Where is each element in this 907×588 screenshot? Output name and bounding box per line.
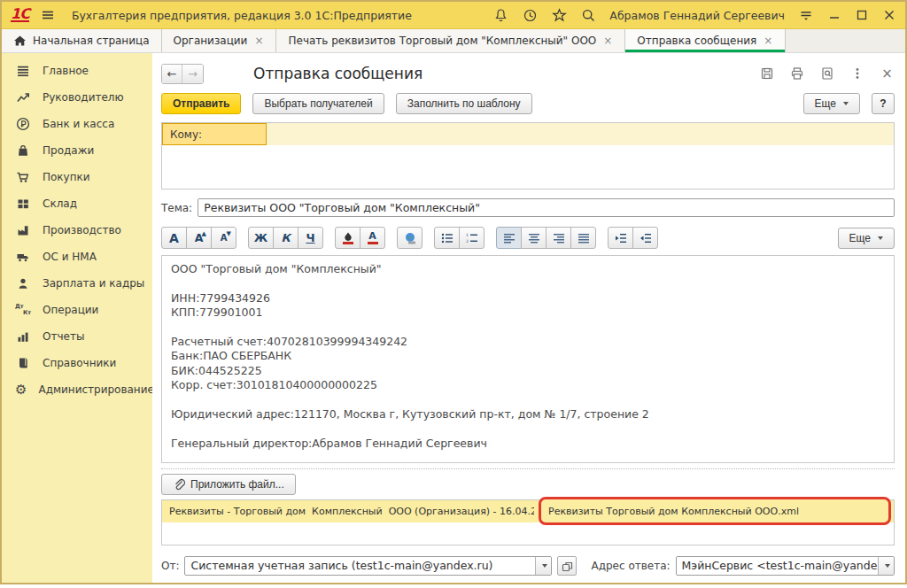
recipients-header-strip: Кому: — [162, 123, 894, 145]
sidebar-item-warehouse[interactable]: Склад — [2, 190, 152, 217]
warehouse-grid-icon — [15, 197, 31, 211]
select-recipients-button[interactable]: Выбрать получателей — [252, 93, 384, 114]
close-form-icon[interactable]: × — [880, 66, 895, 81]
formatting-toolbar: А А▲ А▼ Ж К Ч А — [161, 226, 895, 250]
send-button[interactable]: Отправить — [161, 93, 241, 114]
more-button[interactable]: Еще — [803, 93, 860, 114]
tab-print-requisites[interactable]: Печать реквизитов Торговый дом "Комплекс… — [276, 29, 625, 52]
recipients-box: Кому: — [161, 122, 895, 190]
book-icon — [15, 356, 31, 370]
italic-button[interactable]: К — [273, 227, 298, 249]
print-icon[interactable] — [789, 66, 804, 81]
font-color-button[interactable]: А — [360, 227, 385, 249]
to-field-button[interactable]: Кому: — [162, 123, 267, 145]
attach-file-button[interactable]: Приложить файл... — [161, 474, 296, 495]
sidebar-item-administration[interactable]: ⚙ Администрирование — [2, 376, 152, 403]
insert-picture-button[interactable] — [397, 227, 422, 249]
print-preview-icon[interactable] — [819, 66, 834, 81]
sidebar-item-reports[interactable]: Отчеты — [2, 323, 152, 350]
sidebar-item-directories[interactable]: Справочники — [2, 350, 152, 376]
current-user-menu[interactable]: Абрамов Геннадий Сергеевич — [609, 9, 785, 22]
debit-credit-icon: ДтКт — [15, 304, 31, 316]
decrease-font-button[interactable]: А▼ — [211, 227, 236, 249]
attachment-item-highlighted[interactable]: Реквизиты Торговый дом Комплексный ООО.x… — [539, 497, 891, 525]
from-label: От: — [161, 560, 179, 572]
font-button[interactable]: А — [161, 227, 187, 249]
sidebar-item-label: Производство — [43, 224, 121, 236]
more-dots-icon[interactable] — [849, 66, 864, 81]
decrease-indent-button[interactable] — [632, 227, 658, 249]
main-section-icon — [15, 64, 31, 78]
attachment-item[interactable]: Реквизиты - Торговый дом Комплексный ООО… — [162, 506, 534, 517]
history-icon[interactable] — [522, 7, 538, 23]
tab-home[interactable]: Начальная страница — [2, 29, 162, 52]
home-icon — [13, 35, 27, 47]
sidebar-item-manager[interactable]: Руководителю — [2, 84, 152, 111]
reply-address-label: Адрес ответа: — [591, 560, 670, 572]
close-window-button[interactable] — [882, 8, 896, 22]
attachments-list: Реквизиты - Торговый дом Комплексный ООО… — [161, 499, 895, 545]
person-icon — [15, 276, 31, 290]
chevron-down-icon — [885, 564, 890, 568]
reply-address-value[interactable]: МэйнСервис <test1c-main@yandex.ru> — [677, 557, 878, 575]
highlight-color-button[interactable] — [335, 227, 360, 249]
sidebar-item-fixed-assets[interactable]: ОС и НМА — [2, 244, 152, 270]
minimize-button[interactable] — [827, 8, 841, 22]
increase-indent-button[interactable] — [608, 227, 633, 249]
message-body-editor[interactable]: ООО "Торговый дом "Комплексный" ИНН:7799… — [161, 255, 895, 463]
from-dropdown-button[interactable] — [535, 557, 551, 575]
align-justify-button[interactable] — [570, 227, 596, 249]
page-title: Отправка сообщения — [253, 65, 422, 82]
sidebar-item-salary-hr[interactable]: Зарплата и кадры — [2, 270, 152, 297]
sidebar-item-main[interactable]: Главное — [2, 58, 152, 84]
search-icon[interactable] — [580, 7, 596, 23]
customize-toolbar-icon[interactable] — [798, 7, 814, 23]
reply-dropdown-button[interactable] — [878, 557, 894, 575]
main-menu-hamburger-icon[interactable] — [40, 7, 56, 23]
tab-label: Печать реквизитов Торговый дом "Комплекс… — [288, 35, 596, 47]
sidebar-item-production[interactable]: Производство — [2, 217, 152, 244]
sidebar-item-operations[interactable]: ДтКт Операции — [2, 297, 152, 323]
align-right-button[interactable] — [546, 227, 571, 249]
sidebar-item-sales[interactable]: Продажи — [2, 137, 152, 164]
from-account-value[interactable]: Системная учетная запись (test1c-main@ya… — [185, 557, 535, 575]
increase-font-button[interactable]: А▲ — [186, 227, 212, 249]
numbered-list-button[interactable]: 12 — [459, 227, 485, 249]
back-button[interactable]: ← — [162, 65, 182, 83]
bullet-list-button[interactable] — [434, 227, 460, 249]
tab-organizations[interactable]: Организации × — [162, 29, 277, 52]
editor-more-button[interactable]: Еще — [838, 228, 895, 249]
from-account-combobox: Системная учетная запись (test1c-main@ya… — [184, 556, 552, 576]
help-button[interactable]: ? — [872, 93, 895, 114]
factory-icon — [15, 223, 31, 237]
tab-close-icon[interactable]: × — [253, 35, 264, 47]
app-window: 1С Бухгалтерия предприятия, редакция 3.0… — [0, 0, 907, 584]
maximize-button[interactable] — [855, 8, 869, 22]
chevron-down-icon — [878, 236, 883, 240]
open-account-button[interactable] — [557, 556, 577, 576]
tab-close-icon[interactable]: × — [602, 35, 613, 47]
save-icon[interactable] — [759, 66, 774, 81]
navigation-arrows: ← → — [161, 64, 204, 84]
recipients-input-area[interactable] — [162, 145, 894, 189]
forward-button[interactable]: → — [182, 65, 203, 83]
svg-text:2: 2 — [466, 239, 469, 244]
align-left-button[interactable] — [496, 227, 522, 249]
tab-bar-empty-space — [786, 29, 905, 52]
svg-text:1: 1 — [466, 233, 469, 237]
sidebar-item-purchases[interactable]: Покупки — [2, 164, 152, 190]
chevron-down-icon — [542, 564, 547, 568]
bar-chart-icon — [15, 329, 31, 344]
fill-by-template-button[interactable]: Заполнить по шаблону — [396, 93, 532, 114]
notifications-bell-icon[interactable] — [492, 7, 508, 23]
underline-button[interactable]: Ч — [298, 227, 323, 249]
shopping-cart-icon — [15, 170, 31, 184]
tab-close-icon[interactable]: × — [763, 35, 773, 47]
favorites-star-icon[interactable] — [551, 7, 567, 23]
align-center-button[interactable] — [521, 227, 547, 249]
tab-send-message[interactable]: Отправка сообщения × — [625, 29, 786, 52]
bold-button[interactable]: Ж — [248, 227, 274, 249]
subject-input[interactable]: Реквизиты ООО "Торговый дом "Комплексный… — [198, 198, 895, 217]
ruble-coin-icon — [15, 117, 31, 131]
sidebar-item-bank-cash[interactable]: Банк и касса — [2, 111, 152, 137]
